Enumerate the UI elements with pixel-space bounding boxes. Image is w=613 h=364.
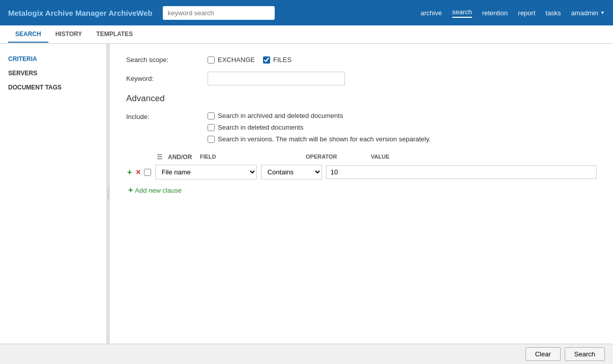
advanced-title: Advanced — [126, 94, 597, 104]
add-clause-text: Add new clause — [135, 187, 182, 194]
sidebar-item-document-tags[interactable]: DOCUMENT TAGS — [0, 80, 106, 95]
resize-dot-2 — [108, 191, 109, 192]
exchange-label-text: EXCHANGE — [218, 56, 255, 64]
field-col-label: FIELD — [200, 154, 302, 160]
resize-dot-1 — [108, 189, 109, 190]
add-clause-plus-icon: + — [128, 186, 133, 195]
header: Metalogix Archive Manager ArchiveWeb arc… — [0, 0, 613, 25]
field-column: File name Subject From To Date Size — [155, 165, 257, 179]
include-option-1-label: Search in archived and deleted documents — [218, 112, 343, 119]
clause-builder: ☰ AND/OR FIELD OPERATOR VALUE + — [126, 153, 597, 195]
include-archived-deleted-checkbox[interactable] — [208, 112, 215, 119]
files-checkbox-label[interactable]: FILES — [263, 56, 291, 64]
footer: Clear Search — [0, 344, 613, 364]
exchange-checkbox-label[interactable]: EXCHANGE — [208, 56, 255, 64]
resize-dot-4 — [108, 195, 109, 196]
content-area: Search scope: EXCHANGE FILES Keyword: Ad… — [110, 44, 613, 344]
clause-checkbox[interactable] — [144, 169, 151, 176]
nav-tasks[interactable]: tasks — [545, 9, 561, 17]
value-col-label: VALUE — [371, 154, 597, 160]
clause-list-icon: ☰ — [157, 153, 164, 161]
nav-retention[interactable]: retention — [482, 9, 508, 17]
nav-search[interactable]: search — [452, 8, 472, 18]
include-section: Include: Search in archived and deleted … — [126, 112, 597, 143]
sidebar-item-criteria[interactable]: CRITERIA — [0, 52, 106, 66]
advanced-section: Advanced Include: Search in archived and… — [126, 94, 597, 195]
include-option-2-label: Search in deleted documents — [218, 124, 303, 131]
include-option-3-label: Search in versions. The match will be sh… — [218, 135, 431, 143]
search-button[interactable]: Search — [565, 347, 605, 361]
resize-dot-3 — [108, 193, 109, 194]
tab-search[interactable]: SEARCH — [8, 26, 48, 43]
field-select[interactable]: File name Subject From To Date Size — [155, 165, 257, 179]
add-new-clause-link[interactable]: + Add new clause — [128, 186, 597, 195]
add-clause-button[interactable]: + — [126, 168, 133, 177]
main-layout: CRITERIA SERVERS DOCUMENT TAGS Search sc… — [0, 44, 613, 344]
and-or-label: AND/OR — [168, 154, 196, 161]
keyword-input[interactable] — [208, 72, 345, 85]
sidebar: CRITERIA SERVERS DOCUMENT TAGS — [0, 44, 107, 344]
search-scope-row: Search scope: EXCHANGE FILES — [126, 56, 597, 64]
value-column — [326, 165, 597, 179]
tab-history[interactable]: HISTORY — [48, 26, 90, 43]
tab-bar: SEARCH HISTORY TEMPLATES — [0, 25, 613, 44]
resize-dot-5 — [108, 197, 109, 198]
search-scope-controls: EXCHANGE FILES — [208, 56, 291, 64]
files-label-text: FILES — [273, 56, 291, 64]
clause-row-1: + × File name Subject From To Date Size — [126, 165, 597, 179]
sidebar-item-servers[interactable]: SERVERS — [0, 66, 106, 80]
nav-report[interactable]: report — [518, 9, 535, 17]
keyword-label: Keyword: — [126, 75, 208, 82]
clause-actions: + × — [126, 168, 151, 177]
nav-amadmin[interactable]: amadmin — [571, 9, 605, 17]
search-scope-label: Search scope: — [126, 56, 208, 64]
include-option-3[interactable]: Search in versions. The match will be sh… — [208, 135, 431, 143]
remove-clause-button[interactable]: × — [135, 168, 141, 177]
value-input[interactable] — [326, 165, 597, 179]
top-nav: archive search retention report tasks am… — [421, 8, 605, 18]
include-versions-checkbox[interactable] — [208, 136, 215, 143]
include-option-2[interactable]: Search in deleted documents — [208, 124, 431, 131]
include-deleted-checkbox[interactable] — [208, 124, 215, 131]
logo-brand: Metalogix — [8, 9, 43, 17]
operator-select[interactable]: Contains Equals Starts with Ends with — [261, 165, 322, 179]
logo: Metalogix Archive Manager ArchiveWeb — [8, 9, 153, 17]
tab-templates[interactable]: TEMPLATES — [89, 26, 140, 43]
global-search-input[interactable] — [163, 6, 275, 20]
operator-col-label: OPERATOR — [306, 154, 367, 160]
clear-button[interactable]: Clear — [526, 347, 561, 361]
include-option-1[interactable]: Search in archived and deleted documents — [208, 112, 431, 119]
exchange-checkbox[interactable] — [208, 56, 215, 64]
include-label: Include: — [126, 112, 208, 143]
logo-product: Archive Manager ArchiveWeb — [43, 9, 153, 17]
operator-column: Contains Equals Starts with Ends with — [261, 165, 322, 179]
nav-archive[interactable]: archive — [421, 9, 442, 17]
files-checkbox[interactable] — [263, 56, 270, 64]
include-options: Search in archived and deleted documents… — [208, 112, 431, 143]
keyword-row: Keyword: — [126, 72, 597, 85]
